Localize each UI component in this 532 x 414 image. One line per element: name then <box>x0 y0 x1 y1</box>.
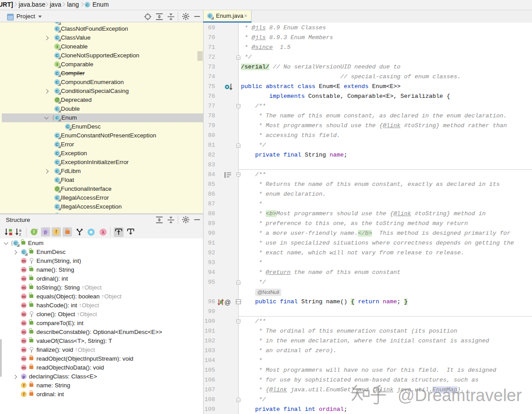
svg-text:z: z <box>19 232 21 236</box>
